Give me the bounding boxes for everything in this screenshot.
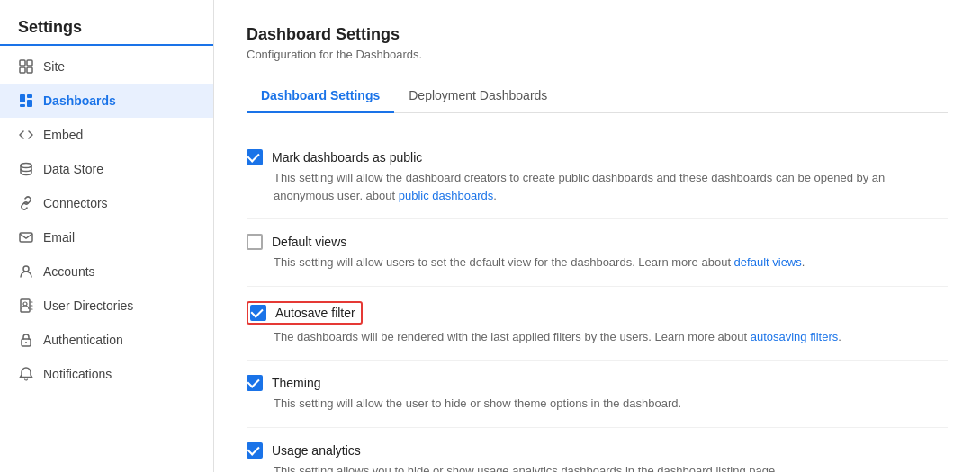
sidebar-item-authentication[interactable]: Authentication bbox=[0, 323, 213, 357]
autosave-filter-checkbox[interactable] bbox=[250, 305, 266, 321]
mark-public-description: This setting will allow the dashboard cr… bbox=[247, 169, 948, 204]
sidebar-item-email-label: Email bbox=[43, 230, 75, 245]
tab-dashboard-settings[interactable]: Dashboard Settings bbox=[247, 79, 394, 113]
theming-checkbox[interactable] bbox=[247, 375, 263, 391]
sidebar-item-connectors[interactable]: Connectors bbox=[0, 186, 213, 220]
sidebar-item-email[interactable]: Email bbox=[0, 220, 213, 254]
sidebar-item-notifications-label: Notifications bbox=[43, 367, 112, 381]
setting-usage-analytics-header: Usage analytics bbox=[247, 442, 948, 459]
svg-rect-1 bbox=[27, 60, 32, 66]
page-title: Dashboard Settings bbox=[247, 25, 948, 44]
sidebar: Settings Site Dashboards bbox=[0, 0, 214, 472]
autosave-filter-link[interactable]: autosaving filters bbox=[751, 330, 839, 343]
usage-analytics-description: This setting allows you to hide or show … bbox=[247, 462, 948, 473]
person-icon bbox=[18, 263, 34, 280]
svg-point-17 bbox=[25, 342, 27, 343]
setting-theming-header: Theming bbox=[247, 375, 948, 391]
setting-default-views-header: Default views bbox=[247, 234, 948, 250]
setting-mark-public: Mark dashboards as public This setting w… bbox=[247, 135, 948, 219]
settings-list: Mark dashboards as public This setting w… bbox=[247, 135, 948, 472]
svg-rect-5 bbox=[27, 94, 32, 98]
sidebar-item-accounts-label: Accounts bbox=[43, 264, 95, 279]
default-views-description: This setting will allow users to set the… bbox=[247, 254, 948, 272]
svg-rect-9 bbox=[20, 233, 32, 242]
sidebar-item-connectors-label: Connectors bbox=[43, 196, 108, 210]
contacts-icon bbox=[18, 298, 34, 314]
link-icon bbox=[18, 195, 34, 211]
mark-public-checkbox[interactable] bbox=[247, 149, 263, 165]
sidebar-item-site-label: Site bbox=[43, 59, 65, 74]
page-subtitle: Configuration for the Dashboards. bbox=[247, 48, 948, 61]
code-icon bbox=[18, 127, 34, 143]
sidebar-item-datastore-label: Data Store bbox=[43, 162, 103, 176]
autosave-filter-description: The dashboards will be rendered with the… bbox=[247, 328, 948, 346]
sidebar-item-dashboards-label: Dashboards bbox=[43, 94, 116, 108]
dashboard-icon bbox=[18, 93, 34, 109]
sidebar-item-user-directories-label: User Directories bbox=[43, 298, 133, 313]
lock-icon bbox=[18, 332, 34, 348]
setting-default-views: Default views This setting will allow us… bbox=[247, 219, 948, 287]
svg-point-8 bbox=[21, 164, 31, 168]
svg-rect-4 bbox=[20, 94, 25, 102]
sidebar-item-notifications[interactable]: Notifications bbox=[0, 357, 213, 391]
svg-point-10 bbox=[23, 266, 29, 272]
grid-icon bbox=[18, 58, 34, 75]
sidebar-item-dashboards[interactable]: Dashboards bbox=[0, 84, 213, 118]
database-icon bbox=[18, 161, 34, 177]
setting-usage-analytics: Usage analytics This setting allows you … bbox=[247, 428, 948, 473]
usage-analytics-checkbox[interactable] bbox=[247, 442, 263, 459]
tab-deployment-dashboards[interactable]: Deployment Dashboards bbox=[394, 79, 562, 113]
svg-rect-0 bbox=[20, 60, 25, 66]
svg-rect-6 bbox=[27, 100, 32, 107]
tabs: Dashboard Settings Deployment Dashboards bbox=[247, 79, 948, 113]
theming-label: Theming bbox=[272, 376, 320, 390]
sidebar-item-authentication-label: Authentication bbox=[43, 333, 123, 347]
setting-mark-public-header: Mark dashboards as public bbox=[247, 149, 948, 165]
svg-rect-7 bbox=[20, 104, 25, 107]
sidebar-item-site[interactable]: Site bbox=[0, 49, 213, 84]
setting-autosave-filter-header: Autosave filter bbox=[247, 301, 948, 325]
svg-point-12 bbox=[23, 302, 27, 306]
default-views-checkbox[interactable] bbox=[247, 234, 263, 250]
mark-public-link[interactable]: public dashboards bbox=[399, 189, 494, 202]
setting-theming: Theming This setting will allow the user… bbox=[247, 361, 948, 428]
usage-analytics-label: Usage analytics bbox=[272, 443, 361, 458]
sidebar-item-embed-label: Embed bbox=[43, 128, 83, 142]
svg-rect-3 bbox=[27, 67, 32, 73]
sidebar-title: Settings bbox=[0, 0, 213, 46]
bell-icon bbox=[18, 366, 34, 382]
sidebar-item-datastore[interactable]: Data Store bbox=[0, 152, 213, 186]
autosave-filter-label: Autosave filter bbox=[275, 306, 355, 320]
theming-description: This setting will allow the user to hide… bbox=[247, 395, 948, 413]
sidebar-item-accounts[interactable]: Accounts bbox=[0, 254, 213, 289]
setting-autosave-filter: Autosave filter The dashboards will be r… bbox=[247, 287, 948, 361]
email-icon bbox=[18, 229, 34, 245]
mark-public-label: Mark dashboards as public bbox=[272, 150, 422, 165]
sidebar-item-embed[interactable]: Embed bbox=[0, 118, 213, 152]
default-views-label: Default views bbox=[272, 235, 346, 249]
main-content: Dashboard Settings Configuration for the… bbox=[214, 0, 980, 472]
autosave-highlight-box: Autosave filter bbox=[247, 301, 363, 325]
sidebar-item-user-directories[interactable]: User Directories bbox=[0, 289, 213, 323]
svg-rect-2 bbox=[20, 67, 25, 73]
default-views-link[interactable]: default views bbox=[734, 255, 802, 269]
